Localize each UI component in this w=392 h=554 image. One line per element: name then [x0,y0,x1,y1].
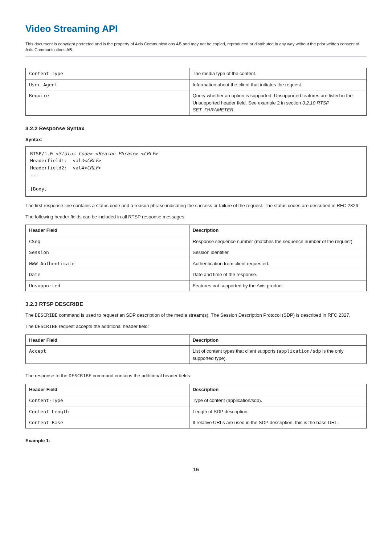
header-desc-cell: If relative URLs are used in the SDP des… [189,417,366,428]
section-323-heading: 3.2.3 RTSP DESCRIBE [25,300,367,308]
describe-response-table: Header Field Description Content-Type Ty… [25,384,367,428]
table-row: Accept List of content types that client… [26,346,367,364]
code-text: ... [30,172,38,177]
header-field-cell: Content-Base [26,417,189,428]
header-field-cell: Date [26,269,189,280]
table-row: Content-Type The media type of the conte… [26,68,367,79]
section-322-heading: 3.2.2 Response Syntax [25,124,367,133]
header-desc-cell: Type of content (application/sdp). [189,395,366,406]
header-desc-cell: Features not supported by the Axis produ… [189,280,366,291]
header-field-cell: Accept [26,346,189,364]
table-row: User-Agent Information about the client … [26,79,367,90]
th-description: Description [189,384,366,395]
section-323-para3: The response to the DESCRIBE command con… [25,373,367,379]
example-1-label: Example 1: [25,437,367,444]
header-field-cell: Unsupported [26,280,189,291]
header-desc-cell: Length of SDP description. [189,406,366,417]
section-323-para1: The DESCRIBE command is used to request … [25,312,367,319]
para-code: DESCRIBE [35,312,58,318]
code-text: RTSP/1.0 < [30,151,58,156]
code-text: > [98,165,101,171]
header-field-cell: Require [26,90,189,116]
table-row: Require Query whether an option is suppo… [26,90,367,116]
header-field-cell: Content-Type [26,68,189,79]
code-text: Headerfield2: val4< [30,165,87,171]
code-var: CRLF [87,158,98,163]
para-text: request accepts the additional header fi… [58,324,149,329]
response-headers-table: Header Field Description CSeq Response s… [25,225,367,291]
desc-text: List of content types that client suppor… [193,348,278,354]
code-text: [Body] [30,186,47,192]
header-desc-cell: Date and time of the response. [189,269,366,280]
para-text: The response to the [25,373,69,378]
code-text: > [155,151,158,156]
title-divider [25,56,367,57]
section-323-para2: The DESCRIBE request accepts the additio… [25,323,367,330]
desc-tail: . [233,107,235,112]
table-row: CSeq Response sequence number (matches t… [26,236,367,247]
header-field-cell: Content-Type [26,395,189,406]
section-322-para2: The following header fields can be inclu… [25,214,367,221]
header-desc-cell: Authentication from client requested. [189,258,366,269]
header-field-cell: Content-Length [26,406,189,417]
table-row: Date Date and time of the response. [26,269,367,280]
table-row: Session Session identifier. [26,247,367,258]
header-field-cell: CSeq [26,236,189,247]
code-var: CRLF [144,151,155,156]
th-description: Description [189,335,366,346]
table-row: Content-Length Length of SDP description… [26,406,367,417]
th-header-field: Header Field [26,225,189,236]
para-code: DESCRIBE [69,373,91,378]
th-header-field: Header Field [26,335,189,346]
header-field-cell: WWW-Authenticate [26,258,189,269]
code-text: > [98,158,101,163]
describe-request-table: Header Field Description Accept List of … [25,335,367,364]
th-header-field: Header Field [26,384,189,395]
syntax-label: Syntax: [25,136,367,143]
table-row: WWW-Authenticate Authentication from cli… [26,258,367,269]
para-text: command contains the additional header f… [91,373,191,378]
header-desc-cell: Response sequence number (matches the se… [189,236,366,247]
code-var: CRLF [87,165,98,171]
header-field-cell: Session [26,247,189,258]
code-text: > < [135,151,144,156]
response-syntax-code: RTSP/1.0 <Status Code> <Reason Phrase> <… [25,146,367,197]
page-title: Video Streaming API [25,22,367,36]
code-var: Reason Phrase [98,151,135,156]
para-text: The [25,312,35,318]
code-var: Status Code [58,151,90,156]
table-row: Content-Type Type of content (applicatio… [26,395,367,406]
copyright-text: This document is copyright protected and… [25,41,367,53]
table-row: Unsupported Features not supported by th… [26,280,367,291]
desc-code: application/sdp [278,348,321,354]
header-field-cell: User-Agent [26,79,189,90]
para-code: DESCRIBE [35,324,58,329]
th-description: Description [189,225,366,236]
header-desc-cell: List of content types that client suppor… [189,346,366,364]
page-number: 16 [25,466,367,473]
para-text: command is used to request an SDP descri… [58,312,351,318]
header-desc-cell: Information about the client that initia… [189,79,366,90]
table-header-row: Header Field Description [26,335,367,346]
header-desc-cell: Session identifier. [189,247,366,258]
section-322-para1: The first response line contains a statu… [25,202,367,209]
code-text: Headerfield1: val3< [30,158,87,163]
header-desc-cell: Query whether an option is supported. Un… [189,90,366,116]
table-header-row: Header Field Description [26,384,367,395]
code-text: > < [90,151,98,156]
header-desc-cell: The media type of the content. [189,68,366,79]
request-headers-table: Content-Type The media type of the conte… [25,68,367,116]
table-header-row: Header Field Description [26,225,367,236]
para-text: The [25,324,35,329]
table-row: Content-Base If relative URLs are used i… [26,417,367,428]
